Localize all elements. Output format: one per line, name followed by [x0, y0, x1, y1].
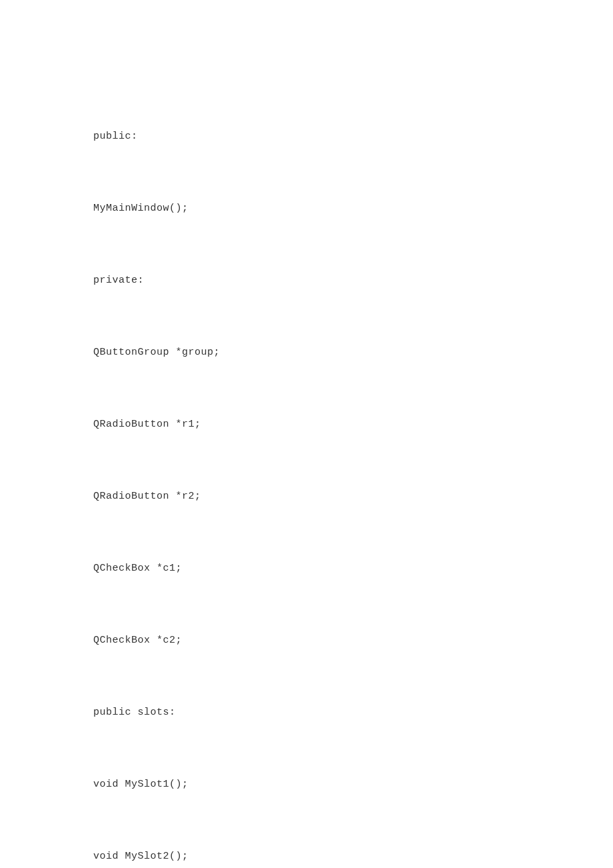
- code-line: QRadioButton *r2;: [93, 485, 520, 509]
- code-line: private:: [93, 269, 520, 293]
- code-line: void MySlot2();: [93, 845, 520, 868]
- code-line: QCheckBox *c1;: [93, 557, 520, 581]
- code-line: QRadioButton *r1;: [93, 413, 520, 437]
- code-line: QCheckBox *c2;: [93, 629, 520, 653]
- code-line: public slots:: [93, 701, 520, 725]
- code-line: public:: [93, 125, 520, 149]
- code-line: MyMainWindow();: [93, 197, 520, 221]
- code-line: void MySlot1();: [93, 773, 520, 797]
- code-line: QButtonGroup *group;: [93, 341, 520, 365]
- document-page: public: MyMainWindow(); private: QButton…: [0, 0, 613, 868]
- code-block-1: public: MyMainWindow(); private: QButton…: [93, 77, 520, 868]
